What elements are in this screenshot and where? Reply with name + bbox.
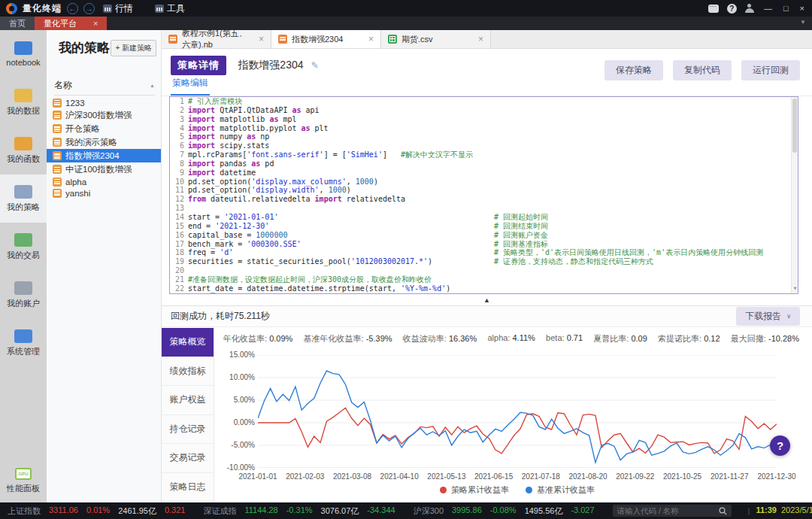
code-text: pd.set_option('display.width', 1000) bbox=[188, 186, 798, 195]
close-icon[interactable]: × bbox=[93, 19, 98, 28]
document-tab[interactable]: 教程示例1(第五、六章).nb× bbox=[162, 30, 271, 48]
backtest-result-section: 回测成功，耗时75.211秒 下载报告 ∨ 策略概览绩效指标账户权益持仓记录交易… bbox=[162, 305, 812, 502]
editor-scrollbar[interactable]: ▼ bbox=[791, 97, 798, 293]
sidebar-item-我的策略[interactable]: 我的策略 bbox=[0, 175, 47, 223]
code-line: 11pd.set_option('display.width', 1000) bbox=[170, 186, 798, 195]
y-axis-label: 10.00% bbox=[222, 373, 255, 381]
result-content: 年化收益率: 0.09%基准年化收益率: -5.39%收益波动率: 16.36%… bbox=[214, 328, 812, 502]
action-button-保存策略[interactable]: 保存策略 bbox=[604, 60, 663, 80]
strategy-list-item[interactable]: alpha bbox=[47, 176, 161, 187]
edit-name-icon[interactable]: ✎ bbox=[311, 60, 319, 71]
strategy-doc-icon bbox=[53, 151, 62, 160]
quote-name: 深证成指 bbox=[203, 505, 236, 517]
sidebar-item-我的函数[interactable]: 我的函数 bbox=[0, 126, 47, 175]
action-button-复制代码[interactable]: 复制代码 bbox=[673, 60, 732, 80]
index-quote-沪深300[interactable]: 沪深3003995.86-0.08%1495.56亿-3.027 bbox=[414, 505, 595, 517]
back-icon[interactable]: ← bbox=[67, 3, 78, 14]
sidebar-item-我的账户[interactable]: 我的账户 bbox=[0, 271, 47, 319]
panel-title: 我的策略 bbox=[59, 39, 110, 56]
result-tab-账户权益[interactable]: 账户权益 bbox=[162, 386, 214, 415]
strategy-list-item[interactable]: 中证100指数增强 bbox=[47, 162, 161, 176]
result-tab-绩效指标[interactable]: 绩效指标 bbox=[162, 357, 214, 387]
line-number: 15 bbox=[170, 222, 188, 231]
code-text: start_date = datetime.datetime.strptime(… bbox=[188, 284, 798, 293]
sidebar-item-label: 我的交易 bbox=[7, 250, 40, 261]
strategy-doc-icon bbox=[53, 165, 62, 174]
close-button[interactable]: × bbox=[798, 4, 806, 13]
code-text: import scipy.stats bbox=[188, 141, 798, 150]
download-report-button[interactable]: 下载报告 ∨ bbox=[736, 307, 800, 326]
minimize-button[interactable]: — bbox=[762, 4, 774, 13]
code-text: end_date = datetime.datetime.strptime(en… bbox=[188, 293, 798, 294]
strategy-list-item[interactable]: 我的演示策略 bbox=[47, 135, 161, 149]
titlebar: 量化终端 ← → 行情 工具 ? — □ × bbox=[0, 0, 812, 17]
line-number: 7 bbox=[170, 150, 188, 159]
collapse-editor-icon[interactable]: ▲ bbox=[483, 296, 490, 304]
menu-market[interactable]: 行情 bbox=[100, 2, 136, 15]
close-icon[interactable]: × bbox=[259, 34, 264, 44]
sidebar-item-我的数据[interactable]: 我的数据 bbox=[0, 78, 47, 126]
strategy-list-item[interactable]: 1233 bbox=[47, 97, 161, 108]
tab-home[interactable]: 首页 bbox=[0, 17, 35, 30]
tab-strategy-edit[interactable]: 策略编辑 bbox=[171, 77, 210, 96]
maximize-button[interactable]: □ bbox=[782, 4, 790, 13]
close-icon[interactable]: × bbox=[478, 34, 483, 44]
user-icon[interactable] bbox=[745, 4, 754, 13]
sidebar-item-系统管理[interactable]: 系统管理 bbox=[0, 319, 47, 367]
document-tab[interactable]: 期货.csv× bbox=[381, 30, 491, 48]
strategy-list-item[interactable]: yanshi bbox=[47, 187, 161, 199]
data-folder-icon bbox=[14, 89, 32, 102]
index-quote-上证指数[interactable]: 上证指数3311.060.01%2461.95亿0.321 bbox=[8, 505, 185, 517]
scrollbar-thumb[interactable] bbox=[792, 99, 797, 153]
list-header[interactable]: 名称 ▲ bbox=[54, 79, 155, 96]
code-editor[interactable]: 1# 引入所需模块2import QtAPI.QtDataAPI as api3… bbox=[169, 96, 798, 294]
tabs-overflow-icon[interactable]: ▼ bbox=[800, 17, 812, 30]
search-input[interactable] bbox=[617, 506, 719, 515]
sort-asc-icon[interactable]: ▲ bbox=[150, 83, 155, 88]
forward-icon[interactable]: → bbox=[83, 3, 95, 14]
index-quote-深证成指[interactable]: 深证成指11144.28-0.31%3076.07亿-34.344 bbox=[203, 505, 395, 517]
sidebar-item-我的交易[interactable]: 我的交易 bbox=[0, 223, 47, 271]
line-number: 17 bbox=[170, 240, 188, 249]
legend-item[interactable]: 基准累计收益率 bbox=[526, 484, 595, 496]
close-icon[interactable]: × bbox=[368, 34, 374, 44]
line-number: 23 bbox=[170, 293, 188, 294]
line-number: 3 bbox=[170, 115, 188, 124]
strategy-item-label: 开仓策略 bbox=[65, 123, 100, 135]
chat-icon[interactable] bbox=[708, 5, 719, 13]
sidebar-item-notebook[interactable]: notebook bbox=[0, 30, 47, 78]
sidebar-item-性能面板[interactable]: GPU性能面板 bbox=[0, 460, 47, 501]
notebook-file-icon bbox=[168, 35, 177, 44]
series-line-基准累计收益率 bbox=[258, 371, 777, 463]
result-tab-交易记录[interactable]: 交易记录 bbox=[162, 444, 214, 473]
y-axis-label: 15.00% bbox=[222, 351, 255, 359]
code-line: 8import pandas as pd bbox=[170, 159, 798, 168]
result-tab-策略日志[interactable]: 策略日志 bbox=[162, 473, 214, 502]
document-tab[interactable]: 指数增强2304× bbox=[271, 30, 381, 48]
document-tab-label: 指数增强2304 bbox=[292, 34, 343, 45]
line-number: 5 bbox=[170, 132, 188, 141]
strategy-list-item[interactable]: 开仓策略 bbox=[47, 122, 161, 135]
result-tab-策略概览[interactable]: 策略概览 bbox=[162, 328, 214, 357]
search-icon[interactable] bbox=[719, 507, 727, 515]
stat-value: -5.39% bbox=[366, 334, 392, 343]
menu-tools[interactable]: 工具 bbox=[152, 2, 188, 15]
strategy-list-item[interactable]: 沪深300指数增强 bbox=[47, 108, 161, 122]
quote-change: -34.344 bbox=[367, 505, 395, 517]
help-icon[interactable]: ? bbox=[727, 4, 737, 14]
tab-quant-platform[interactable]: 量化平台 × bbox=[35, 17, 107, 30]
result-tab-list: 策略概览绩效指标账户权益持仓记录交易记录策略日志 bbox=[162, 328, 214, 502]
legend-item[interactable]: 策略累计收益率 bbox=[440, 484, 509, 496]
code-line: 7mpl.rcParams['font.sans-serif'] = ['Sim… bbox=[170, 150, 798, 159]
result-tab-持仓记录[interactable]: 持仓记录 bbox=[162, 415, 214, 445]
chart-legend: 策略累计收益率基准累计收益率 bbox=[258, 484, 777, 496]
new-strategy-button[interactable]: + 新建策略 bbox=[111, 40, 156, 56]
symbol-search-box[interactable] bbox=[613, 505, 732, 517]
strategy-list-item[interactable]: 指数增强2304 bbox=[47, 149, 161, 162]
line-number: 8 bbox=[170, 159, 188, 168]
inline-comment: # 回测起始时间 bbox=[494, 213, 548, 222]
help-fab-button[interactable]: ? bbox=[770, 436, 790, 456]
action-button-运行回测[interactable]: 运行回测 bbox=[741, 60, 800, 80]
scroll-down-icon[interactable]: ▼ bbox=[792, 284, 798, 293]
stat-value: 0.09 bbox=[631, 334, 647, 343]
